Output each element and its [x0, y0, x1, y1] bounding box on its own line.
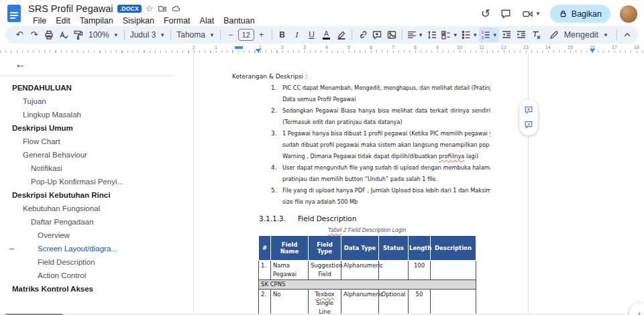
- dropdown-caret-icon[interactable]: ▼: [209, 32, 215, 38]
- editing-mode-select[interactable]: Mengedit▼: [543, 27, 614, 42]
- move-folder-icon[interactable]: [158, 4, 167, 13]
- outline-item-notifikasi[interactable]: Notifikasi: [0, 162, 180, 175]
- table-header-cell[interactable]: Status: [379, 236, 409, 261]
- table-header-cell[interactable]: Length: [409, 236, 431, 261]
- outline-item-pendahuluan[interactable]: PENDAHULUAN: [0, 81, 180, 94]
- table-caption[interactable]: Tabel 2 Field Description Login: [258, 226, 476, 234]
- docs-logo-icon[interactable]: [7, 4, 23, 24]
- dropdown-caret-icon[interactable]: ▼: [160, 32, 165, 38]
- print-icon[interactable]: [42, 27, 56, 42]
- menu-file[interactable]: File: [28, 16, 51, 25]
- list-item[interactable]: 5.File yang di upload hanya PDF , Jumlah…: [271, 185, 528, 208]
- menu-bantuan[interactable]: Bantuan: [219, 16, 260, 25]
- menu-format[interactable]: Format: [159, 16, 195, 25]
- doc-line[interactable]: Warning , Dimana Pegawai tidak dapat dip…: [282, 151, 490, 162]
- doc-line[interactable]: pratinjau dan memilih button “Unduh” pad…: [282, 174, 490, 185]
- font-select[interactable]: Tahoma▼: [174, 27, 217, 42]
- history-icon[interactable]: ↺: [481, 8, 490, 20]
- clear-format-icon[interactable]: [529, 27, 543, 42]
- ruler[interactable]: 21123456789101112131415161718: [0, 45, 644, 54]
- table-cell[interactable]: TexboxSingle Line: [309, 290, 341, 315]
- section-heading[interactable]: 3.1.1.3.Field Description: [259, 213, 528, 224]
- menu-edit[interactable]: Edit: [51, 16, 75, 25]
- intro-paragraph[interactable]: Keterangan & Deskripsi :: [232, 71, 528, 82]
- table-header-cell[interactable]: Data Type: [341, 236, 379, 261]
- table-cell[interactable]: Alphanumeric: [341, 290, 379, 315]
- collapse-toolbar-icon[interactable]: [620, 27, 635, 42]
- outline-item-field-description[interactable]: Field Description: [0, 255, 180, 269]
- list-item[interactable]: 3.1 Pegawai hanya bisa dibuat 1 profil p…: [271, 128, 528, 162]
- paint-format-icon[interactable]: [71, 27, 86, 42]
- table-cell[interactable]: [379, 261, 409, 280]
- doc-line[interactable]: Sedangkan Pegawai Biasa hanya bisa melih…: [282, 105, 490, 117]
- outline-item-action-control[interactable]: Action Control: [0, 269, 180, 282]
- outline-item-kebutuhan-fungsional[interactable]: Kebutuhan Fungsional: [0, 202, 180, 215]
- line-spacing-icon[interactable]: [425, 27, 439, 42]
- decrease-font-size-button[interactable]: −: [223, 27, 238, 42]
- table-header-cell[interactable]: Description: [431, 236, 476, 261]
- table-cell[interactable]: [431, 261, 476, 280]
- table-row[interactable]: 2.NoTexboxSingle LineAlphanumericOptiona…: [259, 290, 476, 315]
- doc-line[interactable]: File yang di upload hanya PDF , Jumlah U…: [282, 185, 490, 196]
- field-description-table[interactable]: #Field NameField TypeData TypeStatusLeng…: [258, 235, 476, 315]
- styles-select[interactable]: Judul 3▼: [127, 27, 168, 42]
- outline-item-lingkup-masalah[interactable]: Lingkup Masalah: [0, 108, 180, 121]
- avatar[interactable]: [620, 5, 637, 23]
- table-row[interactable]: 1.NamaPegawaiSuggestionFieldAlphanumeric…: [259, 261, 476, 280]
- table-cell[interactable]: 100: [409, 261, 431, 280]
- table-section-row[interactable]: SK CPNS: [259, 280, 476, 290]
- doc-line[interactable]: User dapat mengunduh file yang sudah di …: [282, 162, 490, 174]
- table-section-cell[interactable]: SK CPNS: [259, 280, 476, 290]
- zoom-select[interactable]: 100%▼: [86, 27, 121, 42]
- add-comment-icon[interactable]: [370, 27, 384, 42]
- doc-line[interactable]: 1 Pegawai hanya bisa dibuat 1 profil peg…: [282, 128, 490, 139]
- outline-item-daftar-pengadaan[interactable]: Daftar Pengadaan: [0, 215, 180, 229]
- video-call-button[interactable]: ▼: [521, 9, 541, 19]
- dropdown-caret-icon[interactable]: ▼: [113, 32, 119, 38]
- star-icon[interactable]: ☆: [146, 4, 154, 13]
- outline-item-deskripsi-umum[interactable]: Deskripsi Umum: [0, 121, 180, 135]
- dropdown-caret-icon[interactable]: ▼: [535, 11, 541, 17]
- table-cell[interactable]: 2.: [259, 290, 271, 315]
- share-button[interactable]: Bagikan: [550, 5, 610, 23]
- list-item[interactable]: 4.User dapat mengunduh file yang sudah d…: [271, 162, 528, 185]
- bullet-list-icon[interactable]: ▼: [460, 27, 480, 42]
- underline-icon[interactable]: U: [305, 27, 319, 42]
- checklist-icon[interactable]: ▼: [439, 27, 460, 42]
- outline-item-flow-chart[interactable]: Flow Chart: [0, 135, 180, 148]
- table-cell[interactable]: 1.: [259, 261, 271, 280]
- link-icon[interactable]: [355, 27, 370, 42]
- table-cell[interactable]: No: [271, 290, 309, 315]
- doc-line[interactable]: PIC CC dapat Menambah, Mengedit, menghap…: [282, 82, 490, 94]
- italic-icon[interactable]: I: [290, 27, 305, 42]
- table-header-cell[interactable]: Field Type: [309, 236, 341, 261]
- redo-icon[interactable]: ↷: [27, 27, 42, 42]
- outline-item-deskripsi-kebutuhan-rinci[interactable]: Deskripsi Kebutuhan Rinci: [0, 188, 180, 202]
- outline-item-overview[interactable]: Overview: [0, 229, 180, 242]
- add-comment-icon[interactable]: [524, 105, 533, 115]
- menu-sisipkan[interactable]: Sisipkan: [118, 16, 159, 25]
- table-cell[interactable]: Optional: [379, 290, 409, 315]
- outline-item-tujuan[interactable]: Tujuan: [0, 94, 180, 108]
- table-cell[interactable]: 50: [409, 290, 431, 315]
- doc-line[interactable]: (Termasuk edit dan pratinjau data datany…: [282, 117, 490, 128]
- table-header-cell[interactable]: #: [259, 236, 271, 261]
- suggest-edit-icon[interactable]: [524, 120, 533, 129]
- outline-item-screen-layout-diagra-[interactable]: –Screen Layout/diagra...: [0, 242, 180, 255]
- align-icon[interactable]: ▼: [405, 27, 425, 42]
- bold-icon[interactable]: B: [275, 27, 290, 42]
- doc-line[interactable]: size file nya adalah 500 Mb: [282, 196, 490, 208]
- document-title[interactable]: SRS Profil Pegawai: [28, 3, 113, 14]
- outline-item-general-behaviour[interactable]: General Behaviour: [0, 148, 180, 162]
- table-cell[interactable]: [431, 290, 476, 315]
- comments-icon[interactable]: [500, 8, 512, 19]
- increase-font-size-button[interactable]: +: [254, 27, 269, 42]
- table-cell[interactable]: SuggestionField: [309, 261, 341, 280]
- close-outline-icon[interactable]: ←: [15, 58, 26, 71]
- menu-tampilan[interactable]: Tampilan: [75, 16, 118, 25]
- list-item[interactable]: 1.PIC CC dapat Menambah, Mengedit, mengh…: [271, 82, 528, 105]
- doc-line[interactable]: Data semua Profil Pegawai: [282, 94, 490, 105]
- list-item[interactable]: 2.Sedangkan Pegawai Biasa hanya bisa mel…: [271, 105, 528, 128]
- table-cell[interactable]: Alphanumeric: [341, 261, 379, 280]
- first-line-indent-marker[interactable]: [235, 46, 243, 49]
